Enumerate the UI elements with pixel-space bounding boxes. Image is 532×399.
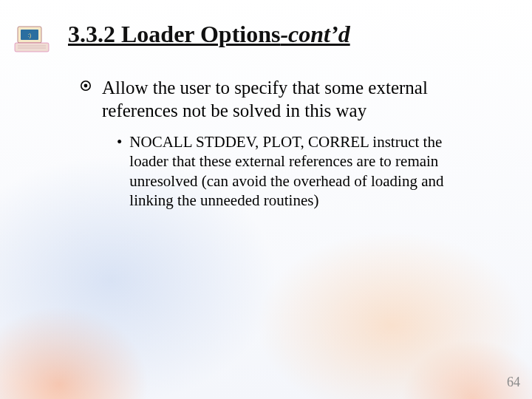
title-suffix: -cont’d	[280, 21, 349, 47]
slide-title: 3.3.2 Loader Options-cont’d	[68, 21, 350, 48]
svg-rect-3	[15, 43, 49, 52]
bullet-dot-icon: •	[117, 132, 122, 151]
level2-text: NOCALL STDDEV, PLOT, CORREL instruct the…	[129, 132, 469, 210]
page-number: 64	[507, 375, 520, 390]
svg-point-7	[84, 84, 88, 88]
slide-body: Allow the user to specify that some exte…	[80, 77, 502, 210]
level1-text: Allow the user to specify that some exte…	[102, 77, 502, 122]
list-item: • NOCALL STDDEV, PLOT, CORREL instruct t…	[117, 132, 502, 210]
computer-icon: :)	[13, 24, 50, 55]
svg-text::): :)	[28, 33, 31, 38]
slide: :) 3.3.2 Loader Options-cont’d Allow the…	[0, 0, 532, 399]
title-main: 3.3.2 Loader Options	[68, 21, 280, 47]
list-item: Allow the user to specify that some exte…	[80, 77, 502, 122]
circled-dot-icon	[80, 80, 92, 92]
